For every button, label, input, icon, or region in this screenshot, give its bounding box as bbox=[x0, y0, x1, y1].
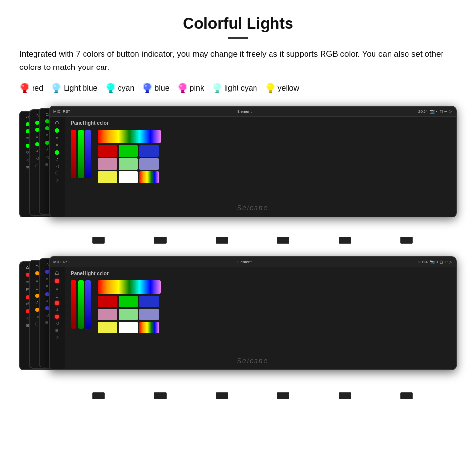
svg-point-4 bbox=[22, 85, 24, 87]
top-device-group: ⌂ ≡ ↺ ◁ ⊞ Element ⌂ bbox=[19, 106, 457, 247]
color-label-red: red bbox=[32, 84, 43, 93]
mount-tabs-bottom bbox=[49, 392, 457, 402]
svg-point-19 bbox=[145, 85, 147, 87]
svg-rect-28 bbox=[215, 92, 219, 93]
svg-rect-33 bbox=[269, 92, 272, 93]
bulb-icon-lightblue bbox=[51, 82, 62, 95]
bulb-icon-lightcyan bbox=[212, 82, 222, 95]
color-item-pink: pink bbox=[177, 82, 204, 95]
svg-point-34 bbox=[268, 85, 270, 87]
color-item-cyan: cyan bbox=[105, 82, 135, 95]
svg-point-9 bbox=[54, 85, 56, 87]
svg-rect-23 bbox=[181, 92, 185, 93]
color-label-blue: blue bbox=[154, 84, 169, 93]
color-label-lightcyan: light cyan bbox=[224, 84, 257, 93]
bulb-icon-yellow bbox=[265, 82, 276, 95]
svg-point-14 bbox=[108, 85, 110, 87]
device-front-top: MIC RST Element 20:04 📷 < ▢ ↩ ▷ ⌂ ≡ E ↺ … bbox=[49, 106, 457, 217]
bulb-icon-blue bbox=[142, 82, 153, 95]
color-item-yellow: yellow bbox=[265, 82, 299, 95]
color-label-cyan: cyan bbox=[118, 84, 135, 93]
color-label-yellow: yellow bbox=[278, 84, 299, 93]
bulb-icon-pink bbox=[177, 82, 188, 95]
svg-point-24 bbox=[180, 85, 182, 87]
page-wrapper: Colorful Lights Integrated with 7 colors… bbox=[0, 0, 476, 412]
title-divider bbox=[228, 37, 248, 39]
color-item-lightblue: Light blue bbox=[51, 82, 97, 95]
svg-rect-8 bbox=[54, 92, 58, 93]
description-text: Integrated with 7 colors of button indic… bbox=[19, 48, 457, 74]
color-list: red Light blue cyan bbox=[19, 82, 457, 95]
bottom-device-group: ⌂ ≡ E ↺ ◁ ⊞ Element ⌂ bbox=[19, 256, 457, 402]
panel-label-bottom: Panel light color bbox=[71, 271, 450, 276]
bulb-icon-red bbox=[19, 82, 30, 95]
svg-rect-18 bbox=[145, 92, 149, 93]
svg-rect-13 bbox=[109, 92, 113, 93]
color-item-lightcyan: light cyan bbox=[212, 82, 257, 95]
device-front-bottom: MIC RST Element 20:04 📷 < ▢ ↩ ▷ ⌂ ≡ E ↺ … bbox=[49, 256, 457, 370]
color-label-pink: pink bbox=[190, 84, 204, 93]
svg-rect-3 bbox=[23, 92, 27, 93]
color-item-red: red bbox=[19, 82, 43, 95]
color-label-lightblue: Light blue bbox=[64, 84, 97, 93]
page-title: Colorful Lights bbox=[19, 15, 457, 33]
svg-point-29 bbox=[215, 85, 217, 87]
bulb-icon-cyan bbox=[105, 82, 116, 95]
color-item-blue: blue bbox=[142, 82, 169, 95]
panel-label-top: Panel light color bbox=[71, 120, 450, 126]
mount-tabs-top bbox=[49, 237, 457, 247]
